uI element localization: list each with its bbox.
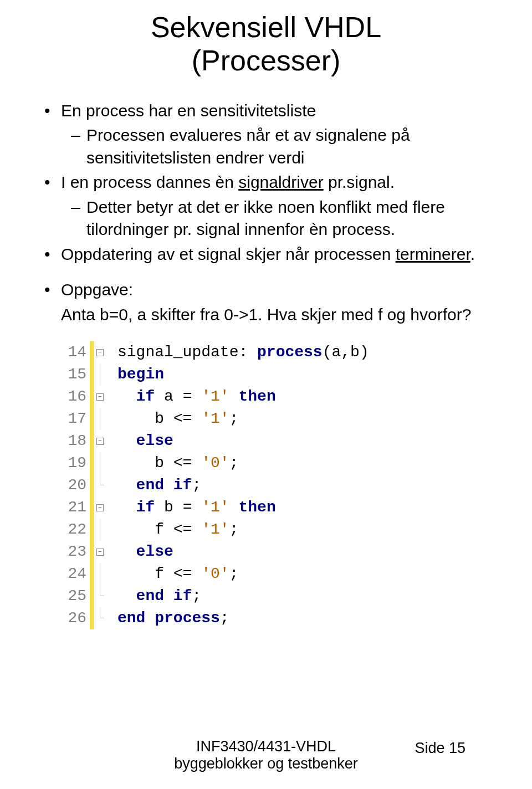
bullet-2: • I en process dannes èn signaldriver pr… — [44, 171, 499, 194]
line-number: 16 — [66, 386, 90, 408]
bullet-3: • Oppdatering av et signal skjer når pro… — [44, 243, 499, 266]
bullet-1-sub-1-text: Processen evalueres når et av signalene … — [86, 124, 499, 169]
gutter — [90, 563, 117, 585]
change-marker-icon — [90, 430, 94, 452]
fold-minus-icon[interactable]: − — [96, 393, 104, 401]
code-text: end process; — [117, 607, 229, 629]
bullet-4: • Oppgave: — [44, 279, 499, 301]
fold-minus-icon[interactable]: − — [96, 349, 104, 356]
code-text: b <= '0'; — [117, 452, 238, 474]
line-number: 26 — [66, 607, 90, 629]
gutter — [90, 607, 117, 629]
line-number: 19 — [66, 452, 90, 474]
b2-a: I en process dannes èn — [61, 173, 238, 191]
code-text: b <= '1'; — [117, 408, 238, 430]
change-marker-icon — [90, 408, 94, 430]
dash-icon: – — [71, 124, 86, 169]
b3-b: . — [470, 245, 475, 263]
bullet-4-label: Oppgave: — [61, 279, 499, 301]
b2-b: pr.signal. — [324, 173, 395, 191]
fold-minus-icon[interactable]: − — [96, 549, 104, 556]
code-line-25: 25 end if; — [66, 585, 499, 607]
gutter: − — [90, 496, 117, 519]
b2-u: signaldriver — [238, 173, 323, 191]
code-text: f <= '1'; — [117, 519, 238, 541]
b3-a: Oppdatering av et signal skjer når proce… — [61, 245, 396, 263]
fold-line-icon — [100, 408, 100, 430]
slide-body: • En process har en sensitivitetsliste –… — [33, 100, 499, 326]
gutter — [90, 519, 117, 541]
code-line-15: 15 begin — [66, 363, 499, 386]
change-marker-icon — [90, 363, 94, 386]
gutter — [90, 363, 117, 386]
footer-line2: byggeblokker og testbenker — [174, 755, 358, 772]
code-line-21: 21 − if b = '1' then — [66, 496, 499, 519]
fold-line-icon — [100, 519, 100, 541]
page-number: Side 15 — [415, 740, 466, 757]
bullet-dot-icon: • — [44, 100, 61, 122]
bullet-1-sub-1: – Processen evalueres når et av signalen… — [44, 124, 499, 169]
bullet-1-text: En process har en sensitivitetsliste — [61, 100, 499, 122]
gutter: − — [90, 430, 117, 452]
line-number: 20 — [66, 474, 90, 496]
fold-line-icon — [100, 363, 100, 386]
code-text: else — [117, 541, 173, 563]
change-marker-icon — [90, 386, 94, 408]
code-text: if a = '1' then — [117, 386, 276, 408]
fold-end-icon — [100, 585, 100, 596]
code-line-26: 26 end process; — [66, 607, 499, 629]
change-marker-icon — [90, 519, 94, 541]
bullet-dot-icon: • — [44, 171, 61, 194]
change-marker-icon — [90, 541, 94, 563]
bullet-dot-icon: • — [44, 243, 61, 266]
code-line-24: 24 f <= '0'; — [66, 563, 499, 585]
gutter — [90, 408, 117, 430]
code-line-17: 17 b <= '1'; — [66, 408, 499, 430]
dash-icon: – — [71, 196, 86, 241]
code-text: else — [117, 430, 173, 452]
change-marker-icon — [90, 607, 94, 629]
code-text: end if; — [117, 474, 201, 496]
bullet-2-text: I en process dannes èn signaldriver pr.s… — [61, 171, 499, 194]
line-number: 23 — [66, 541, 90, 563]
change-marker-icon — [90, 452, 94, 474]
bullet-2-sub-1: – Detter betyr at det er ikke noen konfl… — [44, 196, 499, 241]
fold-end-icon — [100, 474, 100, 485]
code-line-18: 18 − else — [66, 430, 499, 452]
line-number: 14 — [66, 341, 90, 363]
line-number: 17 — [66, 408, 90, 430]
code-line-22: 22 f <= '1'; — [66, 519, 499, 541]
bullet-3-text: Oppdatering av et signal skjer når proce… — [61, 243, 499, 266]
code-snippet: 14 − signal_update: process(a,b) 15 begi… — [66, 341, 499, 629]
line-number: 24 — [66, 563, 90, 585]
bullet-4-text: Anta b=0, a skifter fra 0->1. Hva skjer … — [44, 304, 499, 326]
fold-minus-icon[interactable]: − — [96, 504, 104, 511]
code-line-19: 19 b <= '0'; — [66, 452, 499, 474]
slide-title: Sekvensiell VHDL (Processer) — [33, 11, 499, 78]
gutter: − — [90, 341, 117, 363]
gutter — [90, 452, 117, 474]
b3-u: terminerer — [396, 245, 470, 263]
code-text: end if; — [117, 585, 201, 607]
line-number: 18 — [66, 430, 90, 452]
line-number: 15 — [66, 363, 90, 386]
bullet-dot-icon: • — [44, 279, 61, 301]
code-text: f <= '0'; — [117, 563, 238, 585]
change-marker-icon — [90, 496, 94, 519]
bullet-1: • En process har en sensitivitetsliste — [44, 100, 499, 122]
fold-end-icon — [100, 607, 100, 618]
change-marker-icon — [90, 474, 94, 496]
gutter: − — [90, 386, 117, 408]
fold-line-icon — [100, 452, 100, 474]
code-line-16: 16 − if a = '1' then — [66, 386, 499, 408]
line-number: 25 — [66, 585, 90, 607]
change-marker-icon — [90, 585, 94, 607]
gutter — [90, 585, 117, 607]
fold-minus-icon[interactable]: − — [96, 438, 104, 445]
code-line-14: 14 − signal_update: process(a,b) — [66, 341, 499, 363]
change-marker-icon — [90, 563, 94, 585]
title-line1: Sekvensiell VHDL — [151, 11, 381, 43]
line-number: 22 — [66, 519, 90, 541]
bullet-2-sub-1-text: Detter betyr at det er ikke noen konflik… — [86, 196, 499, 241]
code-line-23: 23 − else — [66, 541, 499, 563]
